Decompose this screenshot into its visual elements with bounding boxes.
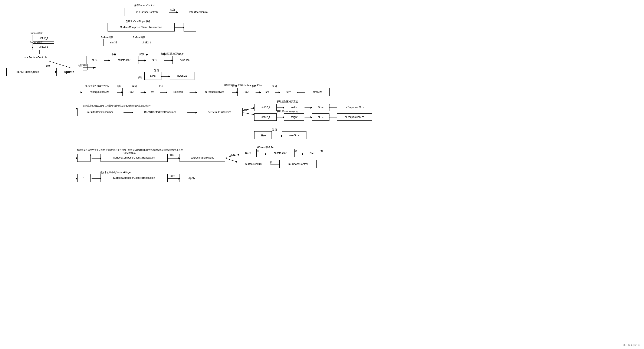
box-newSize-set: newSize <box>305 88 330 96</box>
box-apply: apply <box>180 174 204 182</box>
label-call1: 调用 <box>117 85 122 88</box>
box-neq: != <box>146 88 159 96</box>
label-assign3: 赋值 <box>140 53 144 56</box>
label-surface-width-left: Surface宽度 <box>30 31 42 35</box>
label-save-surface: 保存SurfaceControl <box>134 4 154 7</box>
box-newSize-top: newSize <box>172 56 197 64</box>
box-size-newSize2: Size <box>254 131 272 139</box>
box-blastbufferqueue: BLASTBufferQueue <box>6 68 49 76</box>
label-param-rect: 参数 <box>230 154 235 157</box>
box-mRequestedSize-mid: mRequestedSize <box>197 88 232 96</box>
arrows-svg <box>0 0 644 349</box>
box-newSize2: newSize <box>282 131 306 139</box>
label-create-transaction: 创建SurfaceFlinger事务 <box>126 20 150 23</box>
box-size-set2: Size <box>280 88 297 96</box>
box-setDefaultBufferSize: setDefaultBufferSize <box>197 108 242 116</box>
label-get-width: 获取渲染区域的宽度 <box>277 100 298 103</box>
label-seal-rect: 将Size封装成Rect <box>256 146 275 149</box>
label-if-render-change: 如果渲染区域发生变化 <box>85 84 108 87</box>
box-size-w: Size <box>312 104 330 111</box>
box-uint32-w2: uint32_t <box>254 104 277 111</box>
label-create-render-area: 创建新的渲染区域 <box>161 52 180 55</box>
label-surface-height-top: Surface高度 <box>132 36 145 39</box>
diagram-container: 保存SurfaceControl 赋值 创建SurfaceFlinger事务 赋… <box>0 0 644 349</box>
box-size-set: Size <box>238 88 255 96</box>
label-assign4: 赋值 <box>179 53 184 56</box>
box-size-h: Size <box>312 113 330 121</box>
box-mRequestedSize-w: mRequestedSize <box>337 104 372 111</box>
box-size-compare: Size <box>122 88 140 96</box>
box-sp-surfacecontrol-left: sp<SurfaceControl> <box>16 54 55 61</box>
box-SurfaceControl-rect: SurfaceControl <box>237 160 270 168</box>
box-BLASTBufferItemConsumer: BLASTBufferItemConsumer <box>133 108 187 116</box>
label-call-rect: 调用 <box>170 154 174 157</box>
box-constructor-rect: constructor <box>266 149 294 157</box>
svg-line-38 <box>226 158 238 162</box>
box-constructor-mid: constructor <box>110 56 138 64</box>
watermark: 极上层金铁不住 <box>623 344 640 347</box>
box-t-top: t <box>184 23 196 31</box>
box-mSurfaceControl-rect: mSurfaceControl <box>280 160 317 168</box>
label-save-size: 将当前的Size保存到mRequestedSize <box>224 84 262 87</box>
box-sp-surfacecontrol-top: sp<SurfaceControl> <box>124 8 169 16</box>
box-mRequestedSize-left: mRequestedSize <box>82 88 117 96</box>
label-assign1: 赋值 <box>170 8 175 11</box>
box-size-return: Size <box>144 72 162 80</box>
label-param1: 参数 <box>112 53 116 56</box>
box-uint32-w-mid: uint32_t <box>104 39 126 46</box>
label-param-left: 参数 <box>46 64 50 67</box>
label-surface-width-top: Surface宽度 <box>100 36 113 39</box>
label-submit: 提交本次事务到SurfaceFlinger <box>100 171 132 174</box>
box-Rect: Rect <box>239 149 256 157</box>
label-internal-call: 内部调用 <box>78 64 87 67</box>
box-scc-transaction-top: SurfaceComposerClient::Transaction <box>108 23 175 31</box>
box-setDestinationFrame: setDestinationFrame <box>180 154 225 162</box>
box-size-after-constructor: Size <box>146 56 163 64</box>
label-param-consumer: 参数 <box>244 108 248 112</box>
label-return3: 返回 <box>132 85 137 88</box>
box-uint32-h-mid: uint32_t <box>135 39 158 46</box>
box-t-rect: t <box>77 154 90 162</box>
label-if-consumer: 如果渲染区域发生变化，则通知消费者模型修改绘制缓存的渲染区域大小 <box>83 104 151 107</box>
box-uint32-width-left: uint32_t <box>32 35 54 41</box>
box-boolean: Boolean <box>167 88 189 96</box>
box-scc-transaction-apply: SurfaceComposerClient::Transaction <box>100 174 168 182</box>
box-height: height <box>284 113 304 121</box>
box-width: width <box>284 104 304 111</box>
label-true: true <box>159 85 163 87</box>
box-uint32-h2: uint32_t <box>254 113 277 121</box>
label-param2: 参数 <box>138 76 143 79</box>
svg-line-25 <box>243 113 256 115</box>
box-Rect-right: Rect <box>303 149 320 157</box>
box-mBufferItemConsumer: mBufferItemConsumer <box>77 108 123 116</box>
label-return-size2: 返回 <box>272 128 277 131</box>
box-update: update <box>56 68 82 76</box>
box-uint32-height-left: uint32_t <box>32 43 54 50</box>
box-scc-transaction-rect: SurfaceComposerClient::Transaction <box>100 154 168 162</box>
label-param3: 参数 <box>252 85 256 88</box>
label-call2: 调用 <box>232 85 237 88</box>
box-set: set <box>261 88 274 96</box>
label-call-apply: 调用 <box>170 174 175 178</box>
box-mRequestedSize-h: mRequestedSize <box>337 113 372 121</box>
box-mSurfaceControl: mSurfaceControl <box>178 8 219 16</box>
label-return4: 返回 <box>272 85 277 88</box>
box-newSize-return: newSize <box>170 72 194 80</box>
box-t-apply: t <box>77 174 90 182</box>
box-size-constructor-left: Size <box>86 56 103 64</box>
